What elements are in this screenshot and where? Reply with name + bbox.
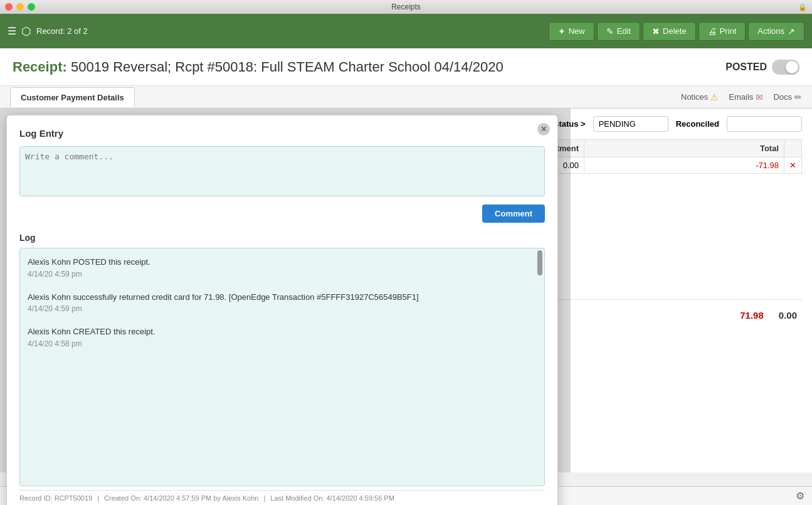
col-actions (784, 140, 802, 157)
log-entries[interactable]: Alexis Kohn POSTED this receipt. 4/14/20… (19, 248, 545, 486)
docs-link[interactable]: Docs ✏ (773, 92, 802, 102)
delete-label: Delete (663, 26, 687, 36)
posted-status: POSTED (725, 61, 767, 73)
comment-btn-row: Comment (19, 205, 545, 223)
record-counter: Record: 2 of 2 (36, 26, 88, 36)
created-on: Created On: 4/14/2020 4:57:59 PM by Alex… (104, 494, 258, 502)
grand-total: 71.98 (740, 310, 764, 321)
notices-icon: ⚠ (710, 92, 719, 102)
meta-separator-1: | (97, 494, 99, 502)
edit-button[interactable]: ✎ Edit (597, 22, 640, 41)
window-controls[interactable] (5, 3, 35, 11)
new-icon: ✦ (558, 26, 566, 36)
receipt-header: Receipt: 50019 Reversal; Rcpt #50018: Fu… (0, 48, 812, 86)
delete-icon: ✖ (652, 26, 660, 36)
notices-link[interactable]: Notices ⚠ (681, 92, 719, 102)
toolbar-left: ☰ ⬡ Record: 2 of 2 (8, 24, 544, 38)
reconciled-input[interactable] (727, 116, 802, 132)
edit-label: Edit (617, 26, 631, 36)
log-entry-text-1: Alexis Kohn successfully returned credit… (28, 291, 537, 304)
nav-arrow-icon[interactable]: ⬡ (21, 24, 31, 38)
maximize-button[interactable] (28, 3, 35, 11)
log-entry-modal: Log Entry ✕ Comment Log Alexis Kohn POST… (6, 115, 558, 505)
email-icon: ✉ (756, 92, 763, 102)
cell-remove[interactable]: ✕ (784, 157, 802, 174)
grand-adj: 0.00 (779, 310, 797, 321)
posted-badge: POSTED (725, 60, 799, 75)
log-section-title: Log (19, 233, 545, 243)
close-button[interactable] (5, 3, 13, 11)
col-total: Total (584, 140, 784, 157)
log-entry-2: Alexis Kohn CREATED this receipt. 4/14/2… (28, 326, 537, 348)
emails-label: Emails (729, 92, 753, 102)
posted-toggle[interactable] (772, 60, 799, 75)
actions-label: Actions (757, 26, 784, 36)
toolbar: ☰ ⬡ Record: 2 of 2 ✦ New ✎ Edit ✖ Delete… (0, 14, 812, 48)
emails-link[interactable]: Emails ✉ (729, 92, 763, 102)
settings-gear-icon[interactable]: ⚙ (796, 490, 804, 502)
title-bar: Receipts 🔒 (0, 0, 812, 14)
last-modified: Last Modified On: 4/14/2020 4:59:56 PM (270, 494, 394, 502)
modal-close-button[interactable]: ✕ (537, 123, 550, 136)
lock-icon: 🔒 (798, 3, 807, 11)
print-icon: 🖨 (708, 26, 717, 36)
tab-label: Customer Payment Details (21, 93, 124, 102)
modal-meta-bar: Record ID: RCPT50019 | Created On: 4/14/… (19, 490, 545, 502)
cell-total: -71.98 (584, 157, 784, 174)
receipt-title: Receipt: 50019 Reversal; Rcpt #50018: Fu… (13, 59, 504, 75)
actions-button[interactable]: Actions ↗ (748, 22, 804, 41)
menu-icon[interactable]: ☰ (8, 25, 16, 37)
record-id: Record ID: RCPT50019 (19, 494, 92, 502)
minimize-button[interactable] (16, 3, 24, 11)
tab-customer-payment[interactable]: Customer Payment Details (10, 87, 135, 107)
comment-input[interactable] (19, 146, 545, 196)
print-label: Print (720, 26, 737, 36)
receipt-label: Receipt: (13, 59, 67, 75)
reconciled-label: Reconciled (676, 119, 719, 129)
log-entry-0: Alexis Kohn POSTED this receipt. 4/14/20… (28, 256, 537, 279)
log-entry-text-0: Alexis Kohn POSTED this receipt. (28, 256, 537, 268)
delete-button[interactable]: ✖ Delete (643, 22, 696, 41)
tab-bar-left: Customer Payment Details (10, 87, 136, 107)
receipt-value: 50019 Reversal; Rcpt #50018: Full STEAM … (71, 59, 504, 75)
modal-title: Log Entry (19, 128, 545, 139)
print-button[interactable]: 🖨 Print (699, 22, 746, 41)
log-entry-time-0: 4/14/20 4:59 pm (28, 270, 537, 279)
toolbar-right: ✦ New ✎ Edit ✖ Delete 🖨 Print Actions ↗ (549, 22, 804, 41)
window-title: Receipts (391, 3, 421, 11)
new-label: New (569, 26, 585, 36)
actions-icon: ↗ (788, 26, 795, 36)
bank-rec-status-input[interactable] (593, 116, 668, 132)
comment-button[interactable]: Comment (482, 205, 545, 223)
new-button[interactable]: ✦ New (549, 22, 594, 41)
log-entry-1: Alexis Kohn successfully returned credit… (28, 291, 537, 314)
edit-icon: ✎ (606, 26, 614, 36)
meta-separator-2: | (263, 494, 265, 502)
scroll-thumb (537, 250, 542, 275)
log-entry-time-1: 4/14/20 4:59 pm (28, 304, 537, 313)
docs-label: Docs (773, 92, 792, 102)
docs-icon: ✏ (794, 92, 802, 102)
log-entry-text-2: Alexis Kohn CREATED this receipt. (28, 326, 537, 338)
main-content: Bank Rec Status > Reconciled Amount Adju… (0, 109, 812, 472)
tab-bar: Customer Payment Details Notices ⚠ Email… (0, 86, 812, 109)
log-entry-time-2: 4/14/20 4:58 pm (28, 339, 537, 348)
tab-bar-right: Notices ⚠ Emails ✉ Docs ✏ (681, 92, 802, 102)
modal-overlay: Log Entry ✕ Comment Log Alexis Kohn POST… (0, 109, 571, 472)
notices-label: Notices (681, 92, 708, 102)
